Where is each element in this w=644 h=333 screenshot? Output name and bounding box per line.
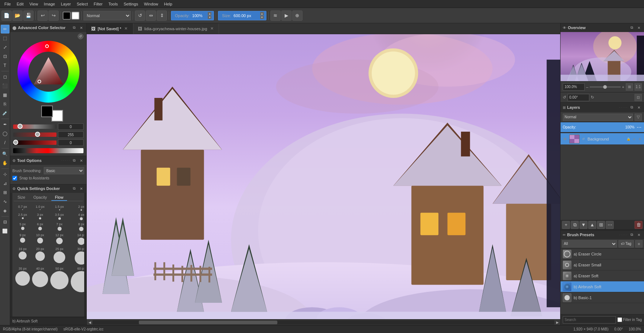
save-button[interactable]: 💾 (23, 11, 34, 21)
layers-merge-btn[interactable]: ▼ (579, 221, 588, 229)
layer-inherit-btn[interactable]: ⊕ (637, 136, 643, 142)
layer-lock-btn[interactable]: 🔒 (626, 136, 631, 142)
brush-size-2[interactable]: 2 px (70, 204, 84, 211)
layers-mode-select[interactable]: Normal Multiply Screen (563, 114, 633, 121)
brush-presets-float-btn[interactable]: ⧉ (629, 232, 635, 238)
quick-settings-header[interactable]: ⚙ Quick Settings Docker ⧉ ✕ (10, 185, 86, 193)
overview-image[interactable] (561, 32, 644, 81)
brush-size-07[interactable]: 0.7 px (15, 204, 31, 211)
layers-more-btn[interactable]: ⋯ (606, 221, 614, 229)
brush-size-50[interactable]: 50 px (50, 266, 69, 293)
color-selector-header[interactable]: ⬤ Advanced Color Selector ⧉ ✕ (10, 23, 86, 32)
undo-button[interactable]: ↩ (38, 11, 48, 21)
tool-filter[interactable]: ◈ (1, 206, 9, 215)
zoom-fit-btn[interactable]: ⊞ (626, 83, 633, 91)
tool-pan[interactable]: ✋ (1, 159, 9, 167)
brush-mirror-h-btn[interactable]: ⇔ (146, 11, 156, 21)
brush-reset-btn[interactable]: ↺ (135, 11, 145, 21)
val-slider[interactable] (13, 140, 56, 145)
layer-item-background[interactable]: 👁 ↺ Background 🔒 α ⊕ (561, 133, 644, 145)
tool-text[interactable]: T (1, 61, 9, 70)
redo-button[interactable]: ↪ (48, 11, 59, 21)
tool-smudge[interactable]: ∿ (1, 197, 9, 206)
brush-size-7[interactable]: 7 px (50, 222, 69, 232)
color-wheel-handle[interactable] (45, 44, 49, 48)
zoom-slider-handle[interactable] (603, 85, 607, 89)
layers-header[interactable]: ⊞ Layers · · · · · ⧉ ✕ (561, 103, 644, 112)
brush-mirror-v-btn[interactable]: ⇕ (157, 11, 167, 21)
quick-settings-float-btn[interactable]: ⧉ (71, 186, 77, 191)
brush-size-25[interactable]: 2.5 px (15, 212, 31, 221)
rotate-ccw-btn[interactable]: ↺ (563, 95, 566, 100)
brush-size-20[interactable]: 20 px (31, 246, 49, 265)
tool-gradient[interactable]: ▦ (1, 91, 9, 99)
scroll-track-h[interactable] (93, 321, 554, 324)
brush-size-14[interactable]: 14 px (70, 233, 84, 246)
tool-eraser[interactable]: ◻ (1, 72, 9, 81)
color-cycle-btn[interactable]: ↺ (78, 33, 83, 39)
rotation-reset-btn[interactable]: ⊡ (635, 94, 642, 101)
opacity-down[interactable]: ▼ (208, 16, 211, 19)
filter-in-tag-checkbox[interactable] (617, 317, 622, 322)
tool-transform[interactable]: ⤢ (1, 43, 9, 52)
tool-multibrush[interactable]: ⊞ (1, 188, 9, 197)
zoom-100-btn[interactable]: 1:1 (635, 83, 642, 91)
opacity-up[interactable]: ▲ (208, 12, 211, 15)
val-handle[interactable] (13, 140, 18, 145)
brush-size-10[interactable]: 10 px (31, 233, 49, 246)
menu-settings[interactable]: Settings (121, 1, 141, 7)
sat-value[interactable] (58, 131, 83, 138)
canvas-tab-unsaved-close[interactable]: ✕ (124, 26, 129, 31)
color-triangle-svg[interactable] (32, 55, 65, 88)
layers-close-btn[interactable]: ✕ (636, 104, 642, 110)
hue-handle[interactable] (17, 124, 23, 129)
menu-edit[interactable]: Edit (14, 1, 27, 7)
new-button[interactable]: 📄 (1, 11, 12, 21)
zoom-down-btn[interactable]: – (586, 85, 588, 89)
canvas-tab-ref-close[interactable]: ✕ (209, 26, 214, 31)
size-down[interactable]: ▼ (260, 16, 264, 19)
menu-select[interactable]: Select (74, 1, 91, 7)
tool-shape[interactable]: ◯ (1, 129, 9, 138)
menu-filter[interactable]: Filter (91, 1, 105, 7)
brush-size-3[interactable]: 3 px (31, 212, 49, 221)
menu-window[interactable]: Window (141, 1, 161, 7)
sat-slider[interactable] (13, 132, 56, 137)
brush-size-15[interactable]: 1.5 px (50, 204, 69, 211)
hue-value[interactable] (58, 123, 83, 130)
bp-filter-select[interactable]: All (562, 240, 617, 247)
hue-slider[interactable] (13, 124, 56, 129)
brush-size-10[interactable]: 1.0 px (31, 204, 49, 211)
tool-reference[interactable]: ⊟ (1, 218, 9, 226)
stroke-type-btn[interactable]: ≋ (270, 11, 281, 21)
zoom-up-btn[interactable]: + (622, 85, 624, 89)
layers-filter-btn[interactable]: ▽ (635, 114, 642, 121)
snap-checkbox[interactable] (12, 176, 17, 181)
brush-size-16[interactable]: 16 px (15, 246, 31, 265)
brush-size-25b[interactable]: 25 px (50, 246, 69, 265)
menu-tools[interactable]: Tools (106, 1, 121, 7)
menu-file[interactable]: File (1, 1, 14, 7)
brush-size-5[interactable]: 5 px (15, 222, 31, 232)
brush-size-40[interactable]: 40 px (31, 266, 49, 293)
brush-size-12[interactable]: 12 px (50, 233, 69, 246)
rotation-input[interactable] (567, 94, 589, 101)
layer-alpha-btn[interactable]: α (632, 136, 637, 142)
brush-smoothing-select[interactable]: Basic Weighted Stabilizer (44, 167, 84, 174)
layers-move-up-btn[interactable]: ▲ (588, 221, 596, 229)
layers-add-btn[interactable]: + (562, 221, 570, 229)
qs-tab-size[interactable]: Size (14, 194, 29, 201)
scroll-right-btn[interactable]: ▶ (554, 320, 560, 325)
tool-brush[interactable]: ✏ (1, 25, 9, 33)
preset-basic-1[interactable]: b) Basic-1 (561, 292, 644, 303)
brush-size-30[interactable]: 30 px (70, 246, 84, 265)
quick-settings-close-btn[interactable]: ✕ (78, 186, 84, 191)
overview-float-btn[interactable]: ⧉ (629, 25, 635, 31)
menu-layer[interactable]: Layer (58, 1, 74, 7)
color-wheel[interactable] (17, 41, 79, 103)
bg-color-btn[interactable] (71, 12, 79, 20)
layer-visibility-background[interactable]: 👁 (562, 136, 568, 142)
fg-color-btn[interactable] (63, 12, 71, 20)
gradient-bar[interactable] (13, 148, 83, 153)
brush-size-6[interactable]: 6 px (31, 222, 49, 232)
